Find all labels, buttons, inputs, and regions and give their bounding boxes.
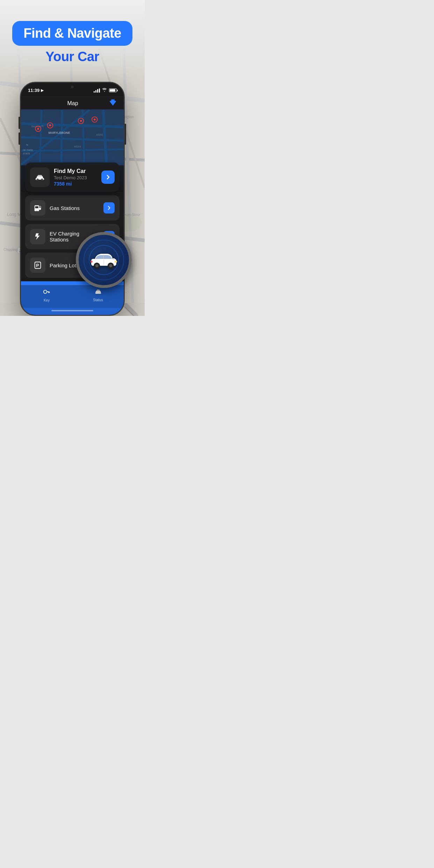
find-my-car-section: Find My Car Test Demo 2023 7358 mi (21, 162, 124, 192)
find-car-distance: 7358 mi (54, 181, 97, 187)
magnify-glass-container (76, 232, 139, 295)
hero-title: Find & Navigate (23, 26, 121, 41)
svg-point-48 (37, 179, 38, 180)
hero-subtitle: Your Car (45, 49, 99, 64)
key-icon (43, 288, 51, 297)
nav-bar: Map (21, 96, 124, 109)
svg-text:STATE: STATE (23, 152, 30, 155)
svg-rect-72 (115, 261, 117, 262)
tab-status-label: Status (93, 298, 103, 302)
magnify-glass (76, 232, 132, 288)
map-view[interactable]: MARYLEBONE N DE PARK STATE Seymour Pl A5… (21, 109, 124, 165)
power-button (125, 124, 126, 145)
svg-text:DE PARK: DE PARK (23, 149, 33, 151)
svg-point-41 (94, 118, 96, 121)
chevron-right-icon (105, 174, 111, 180)
svg-point-43 (37, 128, 39, 130)
nav-title: Map (36, 100, 109, 107)
parking-icon: P (33, 261, 42, 270)
car-glass-icon (88, 250, 120, 269)
page-wrapper: Long M... Chipping Campde... Ettington .… (0, 0, 145, 316)
home-indicator (21, 308, 124, 315)
premium-icon (109, 99, 117, 108)
phone-notch (58, 83, 86, 91)
find-car-arrow-button[interactable] (101, 171, 115, 184)
tab-key-label: Key (44, 298, 50, 302)
svg-rect-73 (91, 261, 92, 262)
chevron-right-icon (107, 205, 111, 210)
svg-rect-53 (39, 206, 41, 208)
svg-text:A5201: A5201 (96, 133, 103, 136)
find-car-title: Find My Car (54, 168, 97, 174)
svg-point-39 (80, 120, 82, 122)
gas-stations-item[interactable]: Gas Stations (25, 195, 120, 220)
battery-icon (109, 88, 117, 92)
tab-key[interactable]: Key (36, 288, 57, 302)
find-my-car-card[interactable]: Find My Car Test Demo 2023 7358 mi (25, 162, 120, 192)
svg-rect-51 (35, 206, 38, 208)
parking-icon-box: P (30, 258, 45, 273)
svg-text:A5204: A5204 (74, 145, 81, 148)
ev-charging-icon-box (30, 229, 45, 244)
find-car-subtitle: Test Demo 2023 (54, 175, 97, 180)
ev-charger-icon (33, 232, 42, 241)
gas-stations-label: Gas Stations (50, 205, 99, 211)
gas-stations-icon-box (30, 200, 45, 216)
svg-point-69 (95, 264, 99, 267)
phone-mockup: 11:39 ▶ (20, 82, 125, 316)
hero-badge: Find & Navigate (12, 21, 132, 46)
car-in-glass (88, 250, 120, 270)
svg-point-57 (43, 290, 46, 293)
svg-text:P: P (36, 263, 39, 268)
front-camera (71, 86, 74, 88)
svg-rect-50 (35, 205, 39, 211)
hero-section: Find & Navigate Your Car (0, 0, 145, 78)
car-icon (34, 171, 46, 183)
signal-icon (94, 88, 100, 93)
status-time: 11:39 ▶ (28, 88, 44, 93)
svg-point-71 (109, 264, 112, 267)
car-icon-box (30, 167, 50, 187)
svg-text:MARYLEBONE: MARYLEBONE (48, 131, 70, 135)
wifi-icon (102, 88, 107, 93)
svg-line-27 (62, 110, 62, 165)
gas-pump-icon (33, 203, 42, 212)
svg-rect-75 (113, 258, 115, 260)
svg-text:N: N (26, 144, 28, 147)
svg-point-49 (42, 179, 43, 180)
find-car-info: Find My Car Test Demo 2023 7358 mi (54, 168, 97, 187)
gas-stations-arrow[interactable] (103, 202, 115, 214)
status-icons (94, 88, 117, 93)
svg-point-45 (49, 124, 51, 126)
